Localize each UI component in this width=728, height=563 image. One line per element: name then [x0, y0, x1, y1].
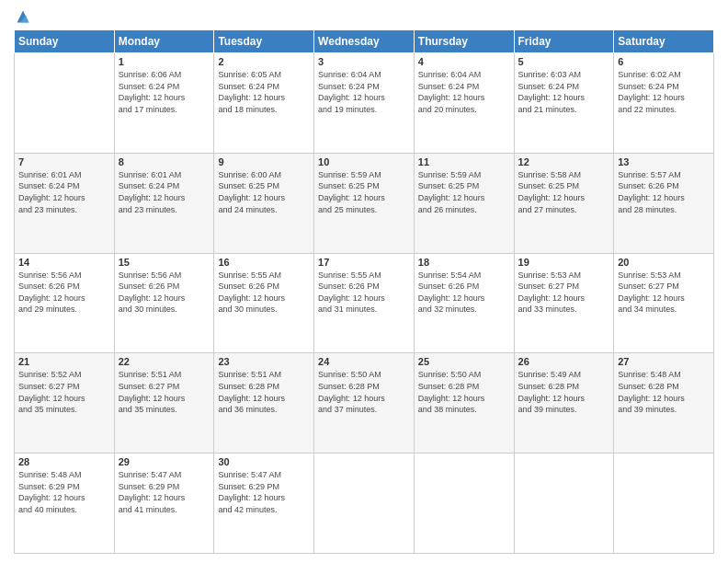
day-info: Sunrise: 6:04 AM Sunset: 6:24 PM Dayligh…: [418, 69, 510, 115]
day-info: Sunrise: 5:48 AM Sunset: 6:29 PM Dayligh…: [18, 469, 110, 515]
weekday-header-cell: Sunday: [15, 30, 115, 53]
day-info: Sunrise: 5:52 AM Sunset: 6:27 PM Dayligh…: [18, 369, 110, 415]
day-number: 27: [618, 356, 710, 367]
day-info: Sunrise: 6:06 AM Sunset: 6:24 PM Dayligh…: [119, 69, 210, 115]
weekday-header-cell: Wednesday: [314, 30, 415, 53]
day-info: Sunrise: 5:53 AM Sunset: 6:27 PM Dayligh…: [618, 270, 710, 316]
day-number: 26: [518, 356, 610, 367]
calendar-cell: 5Sunrise: 6:03 AM Sunset: 6:24 PM Daylig…: [514, 53, 614, 154]
calendar-cell: 1Sunrise: 6:06 AM Sunset: 6:24 PM Daylig…: [114, 53, 214, 154]
day-info: Sunrise: 5:58 AM Sunset: 6:25 PM Dayligh…: [518, 169, 610, 215]
calendar-cell: 10Sunrise: 5:59 AM Sunset: 6:25 PM Dayli…: [314, 153, 415, 253]
logo: [14, 9, 30, 24]
day-info: Sunrise: 5:59 AM Sunset: 6:25 PM Dayligh…: [318, 169, 410, 215]
day-number: 9: [218, 156, 310, 167]
calendar-cell: 28Sunrise: 5:48 AM Sunset: 6:29 PM Dayli…: [15, 454, 115, 554]
day-number: 24: [318, 356, 410, 367]
day-info: Sunrise: 5:53 AM Sunset: 6:27 PM Dayligh…: [518, 270, 610, 316]
logo-icon: [16, 9, 30, 24]
calendar-cell: 2Sunrise: 6:05 AM Sunset: 6:24 PM Daylig…: [214, 53, 314, 154]
day-info: Sunrise: 6:03 AM Sunset: 6:24 PM Dayligh…: [518, 69, 610, 115]
calendar-cell: 30Sunrise: 5:47 AM Sunset: 6:29 PM Dayli…: [214, 454, 314, 554]
weekday-header-cell: Friday: [514, 30, 614, 53]
day-info: Sunrise: 5:51 AM Sunset: 6:28 PM Dayligh…: [218, 369, 310, 415]
day-info: Sunrise: 5:57 AM Sunset: 6:26 PM Dayligh…: [618, 169, 710, 215]
day-number: 5: [518, 56, 610, 67]
day-number: 28: [18, 456, 110, 467]
day-number: 22: [119, 356, 210, 367]
calendar-cell: [314, 454, 415, 554]
calendar-cell: 17Sunrise: 5:55 AM Sunset: 6:26 PM Dayli…: [314, 253, 415, 353]
calendar-cell: 13Sunrise: 5:57 AM Sunset: 6:26 PM Dayli…: [614, 153, 714, 253]
calendar-week-row: 21Sunrise: 5:52 AM Sunset: 6:27 PM Dayli…: [15, 353, 714, 454]
calendar-cell: 25Sunrise: 5:50 AM Sunset: 6:28 PM Dayli…: [414, 353, 514, 454]
calendar-cell: [614, 454, 714, 554]
calendar-table: SundayMondayTuesdayWednesdayThursdayFrid…: [14, 29, 714, 554]
calendar-cell: 23Sunrise: 5:51 AM Sunset: 6:28 PM Dayli…: [214, 353, 314, 454]
day-info: Sunrise: 5:47 AM Sunset: 6:29 PM Dayligh…: [218, 469, 310, 515]
calendar-cell: 19Sunrise: 5:53 AM Sunset: 6:27 PM Dayli…: [514, 253, 614, 353]
calendar-cell: 12Sunrise: 5:58 AM Sunset: 6:25 PM Dayli…: [514, 153, 614, 253]
calendar-cell: 9Sunrise: 6:00 AM Sunset: 6:25 PM Daylig…: [214, 153, 314, 253]
page: SundayMondayTuesdayWednesdayThursdayFrid…: [0, 0, 728, 563]
calendar-cell: 14Sunrise: 5:56 AM Sunset: 6:26 PM Dayli…: [15, 253, 115, 353]
calendar-cell: 3Sunrise: 6:04 AM Sunset: 6:24 PM Daylig…: [314, 53, 415, 154]
calendar-cell: 22Sunrise: 5:51 AM Sunset: 6:27 PM Dayli…: [114, 353, 214, 454]
calendar-cell: [15, 53, 115, 154]
calendar-cell: [414, 454, 514, 554]
calendar-cell: 16Sunrise: 5:55 AM Sunset: 6:26 PM Dayli…: [214, 253, 314, 353]
calendar-cell: 29Sunrise: 5:47 AM Sunset: 6:29 PM Dayli…: [114, 454, 214, 554]
calendar-cell: 20Sunrise: 5:53 AM Sunset: 6:27 PM Dayli…: [614, 253, 714, 353]
day-number: 18: [418, 257, 510, 268]
day-number: 16: [218, 257, 310, 268]
weekday-header-cell: Tuesday: [214, 30, 314, 53]
calendar-cell: 7Sunrise: 6:01 AM Sunset: 6:24 PM Daylig…: [15, 153, 115, 253]
day-info: Sunrise: 5:47 AM Sunset: 6:29 PM Dayligh…: [119, 469, 210, 515]
calendar-cell: 15Sunrise: 5:56 AM Sunset: 6:26 PM Dayli…: [114, 253, 214, 353]
calendar-cell: 18Sunrise: 5:54 AM Sunset: 6:26 PM Dayli…: [414, 253, 514, 353]
calendar-cell: 6Sunrise: 6:02 AM Sunset: 6:24 PM Daylig…: [614, 53, 714, 154]
weekday-header-cell: Monday: [114, 30, 214, 53]
day-info: Sunrise: 5:49 AM Sunset: 6:28 PM Dayligh…: [518, 369, 610, 415]
calendar-week-row: 7Sunrise: 6:01 AM Sunset: 6:24 PM Daylig…: [15, 153, 714, 253]
day-number: 2: [218, 56, 310, 67]
day-info: Sunrise: 5:55 AM Sunset: 6:26 PM Dayligh…: [318, 270, 410, 316]
calendar-cell: 27Sunrise: 5:48 AM Sunset: 6:28 PM Dayli…: [614, 353, 714, 454]
day-info: Sunrise: 6:04 AM Sunset: 6:24 PM Dayligh…: [318, 69, 410, 115]
day-number: 8: [119, 156, 210, 167]
day-number: 12: [518, 156, 610, 167]
day-info: Sunrise: 5:59 AM Sunset: 6:25 PM Dayligh…: [418, 169, 510, 215]
day-info: Sunrise: 5:48 AM Sunset: 6:28 PM Dayligh…: [618, 369, 710, 415]
weekday-header-cell: Thursday: [414, 30, 514, 53]
calendar-cell: 26Sunrise: 5:49 AM Sunset: 6:28 PM Dayli…: [514, 353, 614, 454]
day-info: Sunrise: 5:50 AM Sunset: 6:28 PM Dayligh…: [318, 369, 410, 415]
day-number: 7: [18, 156, 110, 167]
calendar-cell: 8Sunrise: 6:01 AM Sunset: 6:24 PM Daylig…: [114, 153, 214, 253]
day-info: Sunrise: 5:56 AM Sunset: 6:26 PM Dayligh…: [119, 270, 210, 316]
day-info: Sunrise: 5:54 AM Sunset: 6:26 PM Dayligh…: [418, 270, 510, 316]
day-number: 30: [218, 456, 310, 467]
weekday-header-cell: Saturday: [614, 30, 714, 53]
day-number: 11: [418, 156, 510, 167]
day-info: Sunrise: 5:55 AM Sunset: 6:26 PM Dayligh…: [218, 270, 310, 316]
day-number: 14: [18, 257, 110, 268]
day-info: Sunrise: 6:05 AM Sunset: 6:24 PM Dayligh…: [218, 69, 310, 115]
day-number: 23: [218, 356, 310, 367]
day-number: 20: [618, 257, 710, 268]
calendar-week-row: 1Sunrise: 6:06 AM Sunset: 6:24 PM Daylig…: [15, 53, 714, 154]
day-info: Sunrise: 6:01 AM Sunset: 6:24 PM Dayligh…: [119, 169, 210, 215]
day-number: 13: [618, 156, 710, 167]
day-number: 21: [18, 356, 110, 367]
day-number: 25: [418, 356, 510, 367]
day-info: Sunrise: 5:51 AM Sunset: 6:27 PM Dayligh…: [119, 369, 210, 415]
day-info: Sunrise: 6:00 AM Sunset: 6:25 PM Dayligh…: [218, 169, 310, 215]
day-number: 3: [318, 56, 410, 67]
calendar-cell: 11Sunrise: 5:59 AM Sunset: 6:25 PM Dayli…: [414, 153, 514, 253]
calendar-body: 1Sunrise: 6:06 AM Sunset: 6:24 PM Daylig…: [15, 53, 714, 554]
day-number: 15: [119, 257, 210, 268]
day-info: Sunrise: 6:02 AM Sunset: 6:24 PM Dayligh…: [618, 69, 710, 115]
weekday-header-row: SundayMondayTuesdayWednesdayThursdayFrid…: [15, 30, 714, 53]
day-info: Sunrise: 6:01 AM Sunset: 6:24 PM Dayligh…: [18, 169, 110, 215]
calendar-cell: 4Sunrise: 6:04 AM Sunset: 6:24 PM Daylig…: [414, 53, 514, 154]
day-number: 1: [119, 56, 210, 67]
